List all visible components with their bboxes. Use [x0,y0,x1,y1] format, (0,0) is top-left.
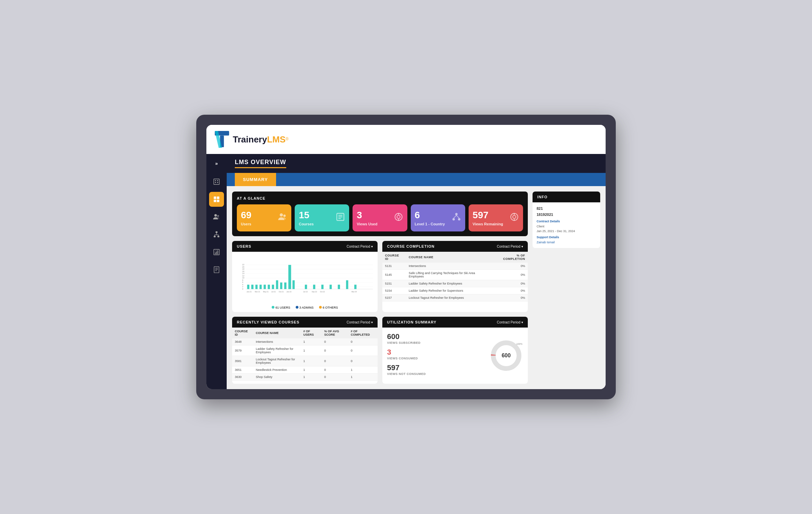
svg-rect-82 [321,285,323,289]
svg-line-44 [456,215,459,218]
dashboard-body: AT A GLANCE 69 Users [227,186,606,389]
glance-card-views-used: 3 Views Used [353,204,407,231]
users-card-icon [278,212,287,224]
top-nav: LMS OVERVIEW [227,154,606,173]
info-number2: 18192021 [537,212,596,218]
svg-rect-16 [218,236,220,238]
right-column: INFO 821 18192021 Contract Details Clien… [533,192,600,384]
info-number1: 821 [537,206,596,212]
completion-panel-header: COURSE COMPLETION Contract Period ▾ [382,241,528,252]
svg-text:4: 4 [242,284,243,286]
svg-rect-15 [214,236,216,238]
sidebar-item-checklist[interactable] [209,262,224,277]
svg-text:14: 14 [242,272,244,274]
views-used-number: 3 [357,210,377,221]
views-remaining-label: Views Remaining [473,222,503,226]
page-title: LMS OVERVIEW [235,159,286,168]
svg-rect-70 [255,285,257,289]
completion-col-name: COURSE NAME [406,252,491,263]
svg-point-31 [284,215,286,217]
info-support-name: Zainab Ismail [537,240,596,245]
svg-text:2: 2 [242,286,243,288]
sidebar: » [206,154,227,389]
svg-rect-71 [260,285,262,289]
courses-label: Courses [299,222,314,226]
users-panel: USERS Contract Period ▾ 22 2 [232,241,378,312]
sidebar-item-building[interactable] [209,174,224,189]
glance-card-level: 6 Level 1 - Country [411,204,465,231]
svg-rect-6 [215,182,216,183]
completion-panel-title: COURSE COMPLETION [387,244,434,248]
svg-rect-10 [214,200,216,202]
svg-line-43 [454,215,456,218]
completion-period-selector[interactable]: Contract Period ▾ [497,245,523,248]
logo: TraineryLMS® [215,131,289,148]
util-body: 600 VIEWS SUBSCRIBED 3 VIEWS CONSUMED [382,328,528,384]
table-row: 5151 Ladder Safety Refresher for Employe… [382,280,528,287]
util-stats: 600 VIEWS SUBSCRIBED 3 VIEWS CONSUMED [387,332,484,379]
svg-text:20: 20 [242,266,244,268]
tab-bar: SUMMARY [227,173,606,186]
recent-col-name: COURSE NAME [253,328,300,338]
sidebar-item-reports[interactable] [209,245,224,260]
svg-rect-77 [284,283,286,289]
donut-center-text: 600 [502,353,511,359]
courses-card-icon [336,212,345,224]
completion-col-id: COURSE ID [382,252,406,263]
bottom-panels: RECENTLY VIEWED COURSES Contract Period … [232,317,528,384]
main-column: AT A GLANCE 69 Users [232,192,528,384]
utilization-panel-header: UTILIZATION SUMMARY Contract Period ▾ [382,317,528,328]
utilization-panel: UTILIZATION SUMMARY Contract Period ▾ 60… [382,317,528,384]
svg-rect-86 [354,285,356,289]
svg-rect-4 [215,180,216,181]
recent-col-users: # OF USERS [300,328,321,338]
glance-cards: 69 Users 15 [237,204,523,231]
users-icon [213,213,220,221]
legend-others: 6 OTHERS [319,306,338,309]
svg-rect-74 [272,285,274,289]
svg-rect-7 [217,182,218,183]
at-a-glance: AT A GLANCE 69 Users [232,192,528,236]
recent-panel: RECENTLY VIEWED COURSES Contract Period … [232,317,378,384]
checklist-icon [213,266,220,273]
users-number: 69 [241,210,251,221]
dashboard-icon [213,196,220,203]
svg-text:12: 12 [242,275,244,277]
svg-point-46 [513,215,516,218]
tab-summary[interactable]: SUMMARY [235,173,276,186]
svg-rect-23 [216,251,217,254]
sidebar-item-hierarchy[interactable] [209,227,224,242]
utilization-period-selector[interactable]: Contract Period ▾ [497,320,523,324]
svg-rect-14 [216,231,218,233]
sidebar-toggle[interactable]: » [212,158,221,169]
table-row: 5131 Intersections 0% [382,263,528,270]
views-remaining-number: 597 [473,210,503,221]
views-remaining-icon [510,212,519,224]
svg-rect-80 [305,285,307,289]
sidebar-item-dashboard[interactable] [209,192,224,207]
svg-text:Jan-22: Jan-22 [287,291,292,293]
svg-text:16: 16 [242,270,244,272]
utilization-panel-title: UTILIZATION SUMMARY [387,320,436,324]
svg-text:Jul-21: Jul-21 [271,291,276,293]
svg-point-30 [280,214,283,217]
svg-text:6: 6 [242,281,243,283]
legend-admins: 3 ADMINS [296,306,314,309]
util-consumed: 3 VIEWS CONSUMED [387,348,484,360]
info-dates: Jan 25, 2021 - Dec 31, 2024 [537,229,596,233]
users-label: Users [241,222,251,226]
subscribed-number: 600 [387,332,484,341]
logo-text: TraineryLMS® [233,134,289,145]
info-contract-label: Contract Details [537,219,596,224]
level-number: 6 [415,210,445,221]
svg-rect-83 [330,285,332,289]
util-donut: 100% 600 [489,339,523,373]
recent-col-completed: # OF COMPLETED [348,328,378,338]
recent-period-selector[interactable]: Contract Period ▾ [347,320,373,324]
users-period-selector[interactable]: Contract Period ▾ [347,245,373,248]
main-container: TraineryLMS® » [206,125,606,389]
svg-rect-22 [215,252,216,254]
svg-rect-81 [313,285,315,289]
sidebar-item-users[interactable] [209,209,224,224]
util-subscribed: 600 VIEWS SUBSCRIBED [387,332,484,344]
